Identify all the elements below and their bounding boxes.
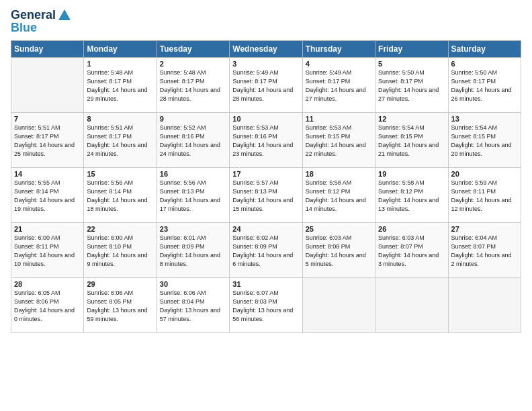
day-info: Sunrise: 5:58 AMSunset: 8:12 PMDaylight:… [306,179,372,214]
day-number: 4 [306,60,372,68]
day-number: 10 [232,115,299,123]
day-number: 9 [160,115,226,123]
day-info: Sunrise: 6:04 AMSunset: 8:07 PMDaylight:… [451,234,518,269]
day-number: 14 [14,170,81,178]
day-number: 29 [87,280,153,288]
day-info: Sunrise: 5:54 AMSunset: 8:15 PMDaylight:… [378,124,445,158]
day-number: 1 [87,60,153,68]
calendar-cell: 23Sunrise: 6:01 AMSunset: 8:09 PMDayligh… [157,222,229,277]
day-number: 20 [451,170,518,178]
day-number: 28 [14,280,81,288]
calendar-cell: 15Sunrise: 5:56 AMSunset: 8:14 PMDayligh… [84,167,157,222]
day-number: 24 [232,225,299,233]
calendar-cell: 7Sunrise: 5:51 AMSunset: 8:17 PMDaylight… [11,112,84,167]
week-row-0: 1Sunrise: 5:48 AMSunset: 8:17 PMDaylight… [11,57,521,112]
day-info: Sunrise: 6:00 AMSunset: 8:10 PMDaylight:… [87,234,153,269]
calendar-cell [302,277,375,332]
day-number: 6 [451,60,518,68]
day-info: Sunrise: 5:56 AMSunset: 8:14 PMDaylight:… [87,179,153,214]
logo-blue: Blue [11,21,72,35]
calendar-cell: 25Sunrise: 6:03 AMSunset: 8:08 PMDayligh… [302,222,375,277]
day-number: 31 [232,280,299,288]
day-info: Sunrise: 5:54 AMSunset: 8:15 PMDaylight:… [451,124,518,158]
calendar-cell: 12Sunrise: 5:54 AMSunset: 8:15 PMDayligh… [375,112,448,167]
day-number: 21 [14,225,81,233]
day-info: Sunrise: 6:07 AMSunset: 8:03 PMDaylight:… [232,289,299,324]
calendar-cell: 16Sunrise: 5:56 AMSunset: 8:13 PMDayligh… [157,167,229,222]
logo-icon [57,8,72,23]
day-header-thursday: Thursday [302,40,375,57]
calendar-cell: 19Sunrise: 5:58 AMSunset: 8:12 PMDayligh… [375,167,448,222]
day-info: Sunrise: 5:53 AMSunset: 8:16 PMDaylight:… [232,124,299,158]
day-number: 2 [160,60,226,68]
day-info: Sunrise: 5:49 AMSunset: 8:17 PMDaylight:… [306,68,372,103]
day-number: 25 [306,225,372,233]
day-info: Sunrise: 5:56 AMSunset: 8:13 PMDaylight:… [160,179,226,214]
day-info: Sunrise: 5:48 AMSunset: 8:17 PMDaylight:… [160,68,226,103]
calendar-cell: 10Sunrise: 5:53 AMSunset: 8:16 PMDayligh… [230,112,302,167]
day-info: Sunrise: 5:51 AMSunset: 8:17 PMDaylight:… [14,124,81,158]
day-info: Sunrise: 6:06 AMSunset: 8:05 PMDaylight:… [87,289,153,324]
day-number: 26 [378,225,445,233]
day-number: 15 [87,170,153,178]
day-header-wednesday: Wednesday [230,40,302,57]
calendar-cell: 28Sunrise: 6:05 AMSunset: 8:06 PMDayligh… [11,277,84,332]
calendar-cell [375,277,448,332]
day-info: Sunrise: 5:52 AMSunset: 8:16 PMDaylight:… [160,124,226,158]
day-info: Sunrise: 5:58 AMSunset: 8:12 PMDaylight:… [378,179,445,214]
day-number: 13 [451,115,518,123]
day-number: 22 [87,225,153,233]
calendar-cell: 11Sunrise: 5:53 AMSunset: 8:15 PMDayligh… [302,112,375,167]
day-info: Sunrise: 6:02 AMSunset: 8:09 PMDaylight:… [232,234,299,269]
calendar-cell: 24Sunrise: 6:02 AMSunset: 8:09 PMDayligh… [230,222,302,277]
day-info: Sunrise: 5:55 AMSunset: 8:14 PMDaylight:… [14,179,81,214]
day-number: 12 [378,115,445,123]
day-info: Sunrise: 5:49 AMSunset: 8:17 PMDaylight:… [232,68,299,103]
week-row-4: 28Sunrise: 6:05 AMSunset: 8:06 PMDayligh… [11,277,521,332]
calendar-cell: 6Sunrise: 5:50 AMSunset: 8:17 PMDaylight… [448,57,521,112]
calendar-cell: 8Sunrise: 5:51 AMSunset: 8:17 PMDaylight… [84,112,157,167]
day-header-friday: Friday [375,40,448,57]
day-header-monday: Monday [84,40,157,57]
day-number: 18 [306,170,372,178]
day-number: 17 [232,170,299,178]
day-info: Sunrise: 6:00 AMSunset: 8:11 PMDaylight:… [14,234,81,269]
day-number: 3 [232,60,299,68]
day-number: 19 [378,170,445,178]
calendar-cell [11,57,84,112]
page-header: General Blue [11,8,521,35]
week-row-3: 21Sunrise: 6:00 AMSunset: 8:11 PMDayligh… [11,222,521,277]
svg-marker-0 [58,9,71,20]
day-number: 8 [87,115,153,123]
day-info: Sunrise: 6:03 AMSunset: 8:07 PMDaylight:… [378,234,445,269]
calendar-table: SundayMondayTuesdayWednesdayThursdayFrid… [11,40,521,333]
calendar-cell: 13Sunrise: 5:54 AMSunset: 8:15 PMDayligh… [448,112,521,167]
day-header-tuesday: Tuesday [157,40,229,57]
day-number: 5 [378,60,445,68]
day-number: 27 [451,225,518,233]
day-info: Sunrise: 5:59 AMSunset: 8:11 PMDaylight:… [451,179,518,214]
day-info: Sunrise: 5:50 AMSunset: 8:17 PMDaylight:… [451,68,518,103]
day-number: 7 [14,115,81,123]
calendar-cell: 20Sunrise: 5:59 AMSunset: 8:11 PMDayligh… [448,167,521,222]
week-row-1: 7Sunrise: 5:51 AMSunset: 8:17 PMDaylight… [11,112,521,167]
week-row-2: 14Sunrise: 5:55 AMSunset: 8:14 PMDayligh… [11,167,521,222]
calendar-cell: 22Sunrise: 6:00 AMSunset: 8:10 PMDayligh… [84,222,157,277]
calendar-cell: 26Sunrise: 6:03 AMSunset: 8:07 PMDayligh… [375,222,448,277]
calendar-cell: 5Sunrise: 5:50 AMSunset: 8:17 PMDaylight… [375,57,448,112]
calendar-cell: 2Sunrise: 5:48 AMSunset: 8:17 PMDaylight… [157,57,229,112]
calendar-cell: 17Sunrise: 5:57 AMSunset: 8:13 PMDayligh… [230,167,302,222]
day-header-sunday: Sunday [11,40,84,57]
calendar-cell: 18Sunrise: 5:58 AMSunset: 8:12 PMDayligh… [302,167,375,222]
calendar-cell: 21Sunrise: 6:00 AMSunset: 8:11 PMDayligh… [11,222,84,277]
calendar-cell: 30Sunrise: 6:06 AMSunset: 8:04 PMDayligh… [157,277,229,332]
calendar-cell: 29Sunrise: 6:06 AMSunset: 8:05 PMDayligh… [84,277,157,332]
calendar-cell: 27Sunrise: 6:04 AMSunset: 8:07 PMDayligh… [448,222,521,277]
day-header-saturday: Saturday [448,40,521,57]
day-info: Sunrise: 5:50 AMSunset: 8:17 PMDaylight:… [378,68,445,103]
calendar-cell: 3Sunrise: 5:49 AMSunset: 8:17 PMDaylight… [230,57,302,112]
calendar-cell: 14Sunrise: 5:55 AMSunset: 8:14 PMDayligh… [11,167,84,222]
calendar-cell: 1Sunrise: 5:48 AMSunset: 8:17 PMDaylight… [84,57,157,112]
day-info: Sunrise: 6:03 AMSunset: 8:08 PMDaylight:… [306,234,372,269]
day-number: 23 [160,225,226,233]
